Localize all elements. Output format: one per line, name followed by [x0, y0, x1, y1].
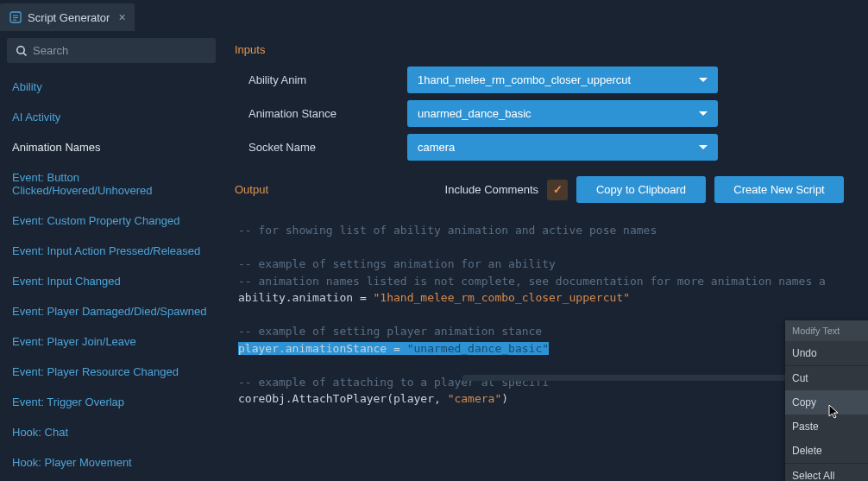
dropdown-value: camera	[418, 141, 455, 154]
code-token: )	[501, 392, 508, 405]
sidebar-item-event-input-action[interactable]: Event: Input Action Pressed/Released	[3, 236, 219, 266]
code-selection: player.animationStance = "unarmed_dance_…	[238, 342, 549, 355]
context-menu-delete[interactable]: Delete Delete	[785, 439, 868, 463]
input-label: Ability Anim	[235, 73, 407, 86]
inputs-section-label: Inputs	[235, 43, 868, 56]
sidebar-item-hook-chat[interactable]: Hook: Chat	[3, 417, 219, 447]
dropdown-value: 1hand_melee_rm_combo_closer_uppercut	[418, 73, 631, 86]
sidebar-item-event-player-damaged[interactable]: Event: Player Damaged/Died/Spawned	[3, 296, 219, 326]
sidebar-item-ability[interactable]: Ability	[3, 72, 219, 102]
output-header-row: Output Include Comments ✓ Copy to Clipbo…	[235, 176, 868, 203]
code-token: "camera"	[448, 392, 502, 405]
ctx-label: Undo	[792, 347, 817, 359]
tab-title: Script Generator	[28, 11, 110, 24]
search-field[interactable]	[33, 44, 207, 57]
ctx-label: Copy	[792, 396, 816, 408]
content-panel: Inputs Ability Anim 1hand_melee_rm_combo…	[223, 31, 868, 481]
dropdown-ability-anim[interactable]: 1hand_melee_rm_combo_closer_uppercut	[407, 66, 718, 93]
main: Ability AI Activity Animation Names Even…	[0, 31, 868, 481]
copy-to-clipboard-button[interactable]: Copy to Clipboard	[576, 176, 706, 203]
input-row-animation-stance: Animation Stance unarmed_dance_basic	[235, 100, 868, 127]
sidebar-item-event-player-resource[interactable]: Event: Player Resource Changed	[3, 357, 219, 387]
search-input[interactable]	[7, 38, 216, 63]
input-label: Socket Name	[235, 141, 407, 154]
dropdown-value: unarmed_dance_basic	[418, 107, 531, 120]
code-line: -- example of setting player animation s…	[238, 325, 542, 338]
ctx-label: Cut	[792, 372, 808, 384]
sidebar-item-event-input-changed[interactable]: Event: Input Changed	[3, 266, 219, 296]
context-menu-cut[interactable]: Cut Ctrl+X	[785, 366, 868, 390]
chevron-down-icon	[699, 111, 708, 116]
dropdown-socket-name[interactable]: camera	[407, 134, 718, 161]
code-token: player.animationStance =	[238, 342, 407, 355]
ctx-label: Paste	[792, 421, 819, 433]
tab-bar: Script Generator ×	[0, 0, 868, 31]
sidebar-item-ai-activity[interactable]: AI Activity	[3, 102, 219, 132]
code-token: coreObj.AttachToPlayer(player,	[238, 392, 448, 405]
include-comments-label: Include Comments	[445, 183, 538, 196]
close-icon[interactable]: ×	[118, 10, 125, 24]
dropdown-animation-stance[interactable]: unarmed_dance_basic	[407, 100, 718, 127]
svg-point-1	[17, 46, 24, 53]
sidebar: Ability AI Activity Animation Names Even…	[0, 31, 223, 481]
context-menu-select-all[interactable]: Select All Ctrl+A	[785, 464, 868, 481]
chevron-down-icon	[699, 145, 708, 149]
input-row-ability-anim: Ability Anim 1hand_melee_rm_combo_closer…	[235, 66, 868, 93]
sidebar-item-hook-player-movement[interactable]: Hook: Player Movement	[3, 447, 219, 478]
code-line: -- for showing list of ability animation…	[238, 224, 657, 237]
sidebar-item-event-button[interactable]: Event: Button Clicked/Hovered/Unhovered	[3, 162, 219, 206]
input-label: Animation Stance	[235, 107, 407, 120]
chevron-down-icon	[699, 78, 708, 82]
code-token: ability.animation =	[238, 291, 374, 304]
tab-script-generator[interactable]: Script Generator ×	[0, 3, 135, 31]
include-comments-checkbox[interactable]: ✓	[547, 180, 568, 200]
ctx-label: Select All	[792, 470, 834, 481]
search-icon	[16, 45, 28, 57]
context-menu-copy[interactable]: Copy Ctrl+C	[785, 390, 868, 415]
code-line: -- example of settings animation for an …	[238, 257, 556, 270]
context-menu-header: Modify Text	[785, 320, 868, 341]
svg-line-2	[23, 53, 26, 55]
code-token: "unarmed_dance_basic"	[407, 342, 549, 355]
code-line: -- animation names listed is not complet…	[238, 275, 826, 288]
sidebar-item-event-trigger-overlap[interactable]: Event: Trigger Overlap	[3, 387, 219, 417]
code-token: "1hand_melee_rm_combo_closer_uppercut"	[374, 291, 630, 304]
context-menu-undo[interactable]: Undo Ctrl+Z	[785, 341, 868, 365]
sidebar-item-animation-names[interactable]: Animation Names	[3, 132, 219, 162]
sidebar-item-event-custom-property[interactable]: Event: Custom Property Changed	[3, 206, 219, 236]
sidebar-item-event-player-join[interactable]: Event: Player Join/Leave	[3, 326, 219, 357]
input-row-socket-name: Socket Name camera	[235, 134, 868, 161]
context-menu-paste[interactable]: Paste Ctrl+V	[785, 415, 868, 439]
output-section-label: Output	[235, 183, 268, 196]
create-new-script-button[interactable]: Create New Script	[714, 176, 844, 203]
script-icon	[9, 10, 22, 24]
context-menu: Modify Text Undo Ctrl+Z Cut Ctrl+X Copy …	[785, 320, 868, 481]
ctx-label: Delete	[792, 445, 822, 457]
